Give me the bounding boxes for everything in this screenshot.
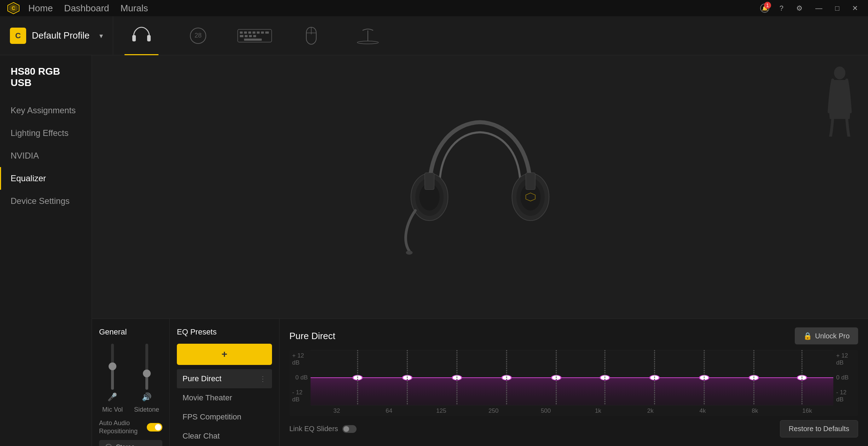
- svg-point-24: [357, 41, 378, 44]
- db-top-left: + 12 dB: [292, 352, 308, 366]
- svg-point-36: [834, 67, 845, 79]
- svg-text:C: C: [12, 5, 15, 11]
- svg-text:28: 28: [195, 32, 202, 39]
- notification-badge[interactable]: 🔔 1: [760, 3, 770, 13]
- add-preset-button[interactable]: +: [177, 344, 272, 365]
- eq-labels-right: + 12 dB 0 dB - 12 dB: [833, 350, 858, 405]
- auto-audio-row: Auto Audio Repositioning: [99, 419, 162, 436]
- preset-options-icon[interactable]: ⋮: [259, 374, 266, 383]
- silhouette-figure: [826, 66, 854, 137]
- device-tab-headset[interactable]: [113, 16, 170, 55]
- preset-fps-competition[interactable]: FPS Competition: [177, 407, 272, 427]
- close-button[interactable]: ✕: [849, 2, 861, 14]
- db-bottom-right: - 12 dB: [836, 389, 855, 403]
- mic-vol-track[interactable]: [111, 344, 114, 390]
- titlebar: C Home Dashboard Murals 🔔 1 ? ⚙ — □ ✕: [0, 0, 868, 16]
- titlebar-controls: 🔔 1 ? ⚙ — □ ✕: [760, 2, 861, 14]
- titlebar-nav: Home Dashboard Murals: [28, 1, 751, 15]
- eq-presets-title: EQ Presets: [177, 327, 272, 337]
- svg-rect-5: [132, 35, 136, 41]
- profile-selector[interactable]: C Default Profile ▾: [0, 16, 113, 55]
- sidebar-item-device-settings[interactable]: Device Settings: [0, 190, 92, 212]
- eq-presets-section: EQ Presets + Pure Direct ⋮ Movie Theater…: [170, 319, 279, 446]
- svg-rect-11: [244, 32, 247, 34]
- sidebar: HS80 RGB USB Key Assignments Lighting Ef…: [0, 55, 92, 446]
- maximize-button[interactable]: □: [832, 3, 842, 14]
- svg-rect-34: [425, 173, 434, 190]
- lock-icon: 🔒: [803, 332, 812, 340]
- svg-rect-13: [253, 32, 255, 34]
- mic-vol-slider-col: 🎤 Mic Vol: [102, 344, 123, 413]
- headset-image: [392, 116, 568, 258]
- settings-button[interactable]: ⚙: [793, 2, 805, 14]
- headphones-icon: 🎧: [105, 444, 112, 446]
- app-logo: C: [7, 2, 20, 15]
- restore-defaults-button[interactable]: Restore to Defaults: [780, 420, 858, 438]
- svg-rect-12: [248, 32, 251, 34]
- eq-graph-title: Pure Direct: [289, 331, 335, 342]
- svg-rect-17: [240, 35, 243, 37]
- link-eq-toggle[interactable]: [342, 425, 357, 433]
- profile-chevron-icon: ▾: [99, 32, 103, 40]
- badge-count: 1: [764, 2, 771, 9]
- mic-icon: 🎤: [108, 393, 117, 402]
- sidebar-item-lighting-effects[interactable]: Lighting Effects: [0, 122, 92, 144]
- eq-footer: Link EQ Sliders Restore to Defaults: [289, 420, 858, 438]
- device-tab-timer[interactable]: 28: [170, 16, 226, 55]
- svg-rect-16: [265, 32, 269, 34]
- general-title: General: [99, 327, 162, 337]
- db-zero-left: 0 dB: [295, 374, 308, 381]
- main-content: HS80 RGB USB Key Assignments Lighting Ef…: [0, 55, 868, 446]
- eq-labels-left: + 12 dB 0 dB - 12 dB: [289, 350, 311, 405]
- bottom-panel: General 🎤 Mic Vol: [92, 319, 868, 446]
- device-title: HS80 RGB USB: [0, 66, 92, 99]
- mic-vol-label: Mic Vol: [102, 406, 123, 413]
- volume-sliders: 🎤 Mic Vol 🔊 Sidetone: [99, 344, 162, 413]
- preset-movie-theater-label: Movie Theater: [183, 393, 232, 402]
- device-tab-stand[interactable]: [340, 16, 396, 55]
- device-tabs: 28: [113, 16, 868, 55]
- auto-audio-label: Auto Audio Repositioning: [99, 419, 143, 436]
- headset-preview: [92, 55, 868, 319]
- auto-audio-toggle[interactable]: [147, 423, 162, 431]
- preset-pure-direct-label: Pure Direct: [183, 374, 221, 383]
- eq-freq-labels: 32 64 125 250 500 1k 2k 4k 8k 16k: [311, 406, 833, 416]
- db-zero-right: 0 dB: [836, 374, 849, 381]
- preset-fps-competition-label: FPS Competition: [183, 412, 241, 422]
- sidebar-item-key-assignments[interactable]: Key Assignments: [0, 99, 92, 122]
- eq-canvas: [311, 350, 833, 405]
- nav-dashboard[interactable]: Dashboard: [64, 1, 109, 15]
- unlock-pro-button[interactable]: 🔒 Unlock Pro: [795, 327, 858, 344]
- stereo-button[interactable]: 🎧 Stereo: [99, 440, 162, 446]
- eq-header: Pure Direct 🔒 Unlock Pro: [289, 327, 858, 344]
- svg-rect-6: [147, 35, 151, 41]
- eq-graph: + 12 dB 0 dB - 12 dB + 12 dB 0 dB - 12 d…: [289, 350, 858, 416]
- svg-rect-14: [257, 32, 260, 34]
- preset-movie-theater[interactable]: Movie Theater: [177, 388, 272, 407]
- freq-label-500: 500: [520, 407, 572, 414]
- general-section: General 🎤 Mic Vol: [92, 319, 170, 446]
- svg-rect-15: [261, 32, 264, 34]
- db-bottom-left: - 12 dB: [292, 389, 308, 403]
- svg-rect-19: [249, 35, 252, 37]
- sidetone-label: Sidetone: [134, 406, 159, 413]
- device-tab-keyboard[interactable]: [226, 16, 283, 55]
- nav-home[interactable]: Home: [28, 1, 53, 15]
- content-area: General 🎤 Mic Vol: [92, 55, 868, 446]
- freq-label-250: 250: [467, 407, 520, 414]
- sidetone-track[interactable]: [145, 344, 148, 390]
- help-button[interactable]: ?: [777, 3, 786, 14]
- link-eq-label: Link EQ Sliders: [289, 425, 338, 433]
- preset-clear-chat[interactable]: Clear Chat: [177, 427, 272, 446]
- sidebar-item-equalizer[interactable]: Equalizer: [0, 167, 92, 190]
- device-tab-mouse[interactable]: [283, 16, 340, 55]
- svg-rect-10: [240, 32, 243, 34]
- freq-label-2k: 2k: [624, 407, 677, 414]
- minimize-button[interactable]: —: [812, 3, 825, 14]
- eq-svg: [311, 350, 833, 405]
- db-top-right: + 12 dB: [836, 352, 855, 366]
- preset-pure-direct[interactable]: Pure Direct ⋮: [177, 369, 272, 388]
- nav-murals[interactable]: Murals: [121, 1, 148, 15]
- sidebar-item-nvidia[interactable]: NVIDIA: [0, 144, 92, 167]
- svg-rect-20: [253, 35, 256, 37]
